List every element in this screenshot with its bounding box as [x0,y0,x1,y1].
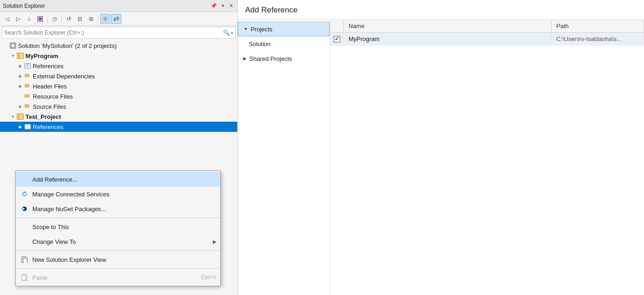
col-header-check [330,20,344,32]
tree-item-external-deps[interactable]: ▶ External Dependencies [0,71,237,81]
references-icon [24,62,31,70]
svg-rect-8 [25,64,30,68]
new-view-icon [19,254,30,265]
svg-point-19 [23,208,24,210]
ctx-new-solution-label: New Solution Explorer View [32,256,217,263]
tree-item-source-files[interactable]: ▶ Source Files [0,101,237,112]
search-dropdown-icon[interactable]: ▾ [231,30,233,35]
tree-item-solution[interactable]: Solution 'MySolution' (2 of 2 projects) [0,41,237,51]
source-icon [24,103,31,110]
ar-body: ▼ Projects Solution ▶ Shared Projects Na… [238,20,644,295]
ctx-change-view-label: Change View To [32,238,213,245]
test-project-icon [17,113,24,120]
tree-item-resource-files[interactable]: Resource Files [0,91,237,101]
references-arrow: ▶ [17,62,24,70]
svg-point-2 [104,18,106,20]
svg-rect-13 [25,124,30,129]
dropdown-icon[interactable]: ▾ [220,2,226,9]
search-input[interactable] [4,30,223,36]
col-header-path[interactable]: Path [552,20,644,32]
ctx-change-view[interactable]: Change View To ▶ [16,234,220,249]
ar-table-row[interactable]: ✓ MyProgram C:\Users\v-lsaldanha\s... [330,33,644,46]
ar-sidebar: ▼ Projects Solution ▶ Shared Projects [238,20,330,295]
ar-sidebar-solution[interactable]: Solution [238,36,330,51]
ext-deps-icon [24,72,31,80]
ctx-new-solution-view[interactable]: New Solution Explorer View [16,252,220,267]
svg-rect-1 [39,18,42,20]
change-view-icon [19,236,30,247]
myprogram-arrow: ▼ [9,52,17,59]
context-menu: Add Reference... Manage Connected Servic… [15,171,221,286]
test-ref-label: References [33,124,63,130]
settings-button[interactable] [100,14,110,24]
shared-projects-arrow: ▶ [243,56,247,61]
references-label: References [33,63,63,70]
ar-sidebar-projects-label: Projects [251,26,272,33]
tree-item-header-files[interactable]: ▶ Header Files [0,81,237,91]
source-arrow: ▶ [17,103,24,110]
tree-item-test-references[interactable]: ▶ References [0,122,237,132]
source-label: Source Files [33,103,66,110]
ar-checkbox-myprogram[interactable]: ✓ [334,36,340,42]
tree-item-myprogram[interactable]: ▼ MyProgram [0,51,237,61]
add-reference-panel: Add Reference ▼ Projects Solution ▶ Shar… [238,0,644,295]
svg-rect-11 [17,114,24,119]
ctx-paste[interactable]: Paste Ctrl+V [16,270,220,285]
svg-rect-21 [23,258,27,263]
solution-explorer-panel: Solution Explorer 📌 ▾ ✕ ◁ ▷ ⌂ ◷ ↺ ⊟ ⧉ 🔍 … [0,0,238,295]
history-button[interactable]: ◷ [49,14,60,24]
toolbar-sep-1 [47,15,48,23]
tree-item-references[interactable]: ▶ References [0,61,237,71]
close-icon[interactable]: ✕ [228,2,235,9]
solution-icon [9,42,17,49]
projects-arrow-down: ▼ [244,27,248,31]
se-toolbar: ◁ ▷ ⌂ ◷ ↺ ⊟ ⧉ [0,12,237,26]
home-button[interactable]: ⌂ [24,14,34,24]
ctx-add-reference-label: Add Reference... [32,176,217,183]
sync-button[interactable] [111,14,121,24]
back-button[interactable]: ◁ [2,14,12,24]
refresh-button[interactable]: ↺ [64,14,74,24]
toolbar-sep-2 [61,15,62,23]
ar-title: Add Reference [238,0,644,20]
ctx-scope-label: Scope to This [32,224,217,230]
collapse-button[interactable]: ⊟ [75,14,85,24]
vs-button[interactable] [35,14,45,24]
col-header-name[interactable]: Name [344,20,552,32]
copy-button[interactable]: ⧉ [86,14,96,24]
test-project-arrow: ▼ [9,113,17,120]
ctx-change-view-arrow: ▶ [213,239,217,244]
svg-rect-7 [18,54,18,55]
ext-deps-arrow: ▶ [17,72,24,80]
tree-item-test-project[interactable]: ▼ Test_Project [0,112,237,122]
ctx-add-reference[interactable]: Add Reference... [16,172,220,187]
ctx-sep-3 [16,268,220,269]
myprogram-label: MyProgram [25,53,59,59]
ar-cell-checkbox[interactable]: ✓ [330,36,344,42]
ctx-scope-to-this[interactable]: Scope to This [16,219,220,234]
se-title-bar: Solution Explorer 📌 ▾ ✕ [0,0,237,12]
se-title-controls: 📌 ▾ ✕ [209,2,235,9]
ar-cell-name: MyProgram [344,34,552,44]
nuget-icon [19,204,30,214]
test-ref-arrow: ▶ [17,123,24,130]
svg-rect-24 [23,274,25,276]
svg-rect-4 [11,44,15,47]
ar-sidebar-solution-label: Solution [249,41,271,47]
forward-button[interactable]: ▷ [13,14,23,24]
pin-icon[interactable]: 📌 [209,2,218,9]
solution-label: Solution 'MySolution' (2 of 2 projects) [18,42,117,49]
ctx-manage-nuget[interactable]: Manage NuGet Packages... [16,201,220,216]
header-label: Header Files [33,83,67,90]
connected-services-icon [19,189,30,199]
ar-content: Name Path ✓ MyProgram C:\Users\v-lsaldan… [330,20,644,295]
ar-sidebar-shared-projects[interactable]: ▶ Shared Projects [238,51,330,66]
se-title-text: Solution Explorer [3,3,45,9]
ctx-paste-label: Paste [32,274,192,281]
ctx-manage-connected[interactable]: Manage Connected Services [16,187,220,201]
paste-icon [19,272,30,283]
resource-icon [24,93,31,100]
ar-cell-path: C:\Users\v-lsaldanha\s... [552,34,644,44]
se-search-box[interactable]: 🔍 ▾ [2,27,235,39]
ar-sidebar-projects[interactable]: ▼ Projects [238,22,330,36]
